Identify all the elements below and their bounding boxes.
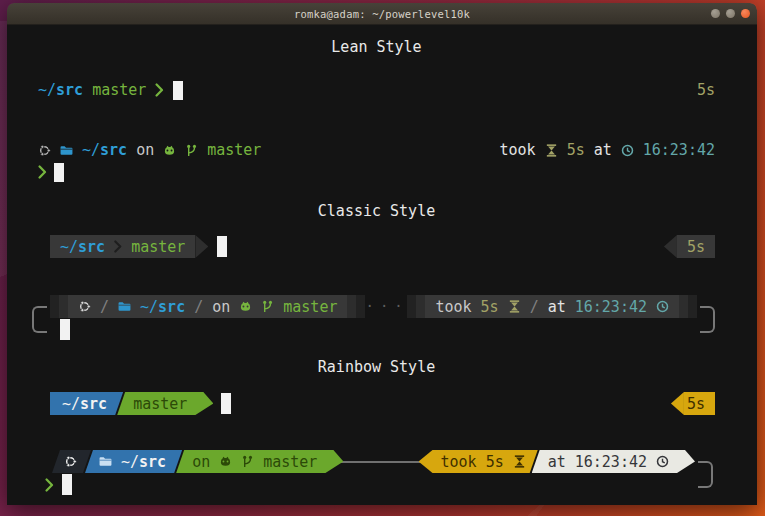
window-controls <box>711 3 750 24</box>
github-octoface-icon <box>219 455 232 468</box>
on-label: on <box>192 453 210 471</box>
current-directory: ~/src <box>140 298 185 316</box>
terminal-cursor <box>221 393 231 414</box>
powerline-arrow-icon <box>664 235 677 258</box>
command-duration: 5s <box>697 81 715 99</box>
section-heading-lean: Lean Style <box>38 37 715 57</box>
clock-icon <box>621 144 634 157</box>
ubuntu-logo-icon <box>64 455 77 468</box>
terminal-cursor <box>173 81 183 100</box>
command-duration: 5s <box>567 141 585 159</box>
current-directory: ~/src <box>82 141 127 159</box>
git-branch-name: master <box>207 141 261 159</box>
prompt-chevron-icon <box>155 83 164 97</box>
current-time: 16:23:42 <box>643 141 715 159</box>
hourglass-icon <box>513 455 526 468</box>
github-octoface-icon <box>239 300 252 313</box>
on-label: on <box>212 298 230 316</box>
folder-icon <box>99 455 112 468</box>
terminal-content[interactable]: Lean Style ~/src master 5s ~/src on mast… <box>7 25 757 505</box>
ubuntu-logo-icon <box>38 144 51 157</box>
took-label: took <box>441 453 477 471</box>
classic-prompt-short: ~/src master 5s <box>38 235 715 258</box>
git-branch-name: master <box>263 453 317 471</box>
rainbow-prompt-short: ~/src master 5s <box>38 392 715 415</box>
took-label: took <box>435 298 471 316</box>
minimize-button[interactable] <box>711 9 720 18</box>
git-branch-name: master <box>133 395 187 413</box>
terminal-cursor <box>60 319 70 340</box>
clock-icon <box>656 300 669 313</box>
hourglass-icon <box>545 144 558 157</box>
powerline-arrow-icon <box>195 235 208 258</box>
powerline-arrow-icon <box>671 392 684 415</box>
ubuntu-logo-icon <box>78 300 91 313</box>
at-label: at <box>594 141 612 159</box>
rainbow-prompt-bar: ~/src on master took 5s at 16:23:42 <box>52 450 695 473</box>
terminal-cursor <box>217 236 227 257</box>
rainbow-prompt-full: ~/src on master took 5s at 16:23:42 <box>52 450 695 496</box>
maximize-button[interactable] <box>726 9 735 18</box>
terminal-cursor <box>62 474 72 495</box>
current-time: 16:23:42 <box>575 453 647 471</box>
folder-icon <box>118 300 131 313</box>
github-octoface-icon <box>163 144 176 157</box>
current-directory: ~/src <box>38 81 83 99</box>
lean-prompt-full: ~/src on master took 5s at 16:23:42 <box>38 139 715 161</box>
rainbow-input-line <box>45 473 695 496</box>
current-directory: ~/src <box>121 453 166 471</box>
took-label: took <box>500 141 536 159</box>
git-branch-name: master <box>131 238 185 256</box>
git-branch-icon <box>185 144 198 157</box>
classic-input-line <box>60 318 697 341</box>
terminal-window: romka@adam: ~/powerlevel10k Lean Style ~… <box>7 3 757 505</box>
segment-separator: / <box>194 298 203 316</box>
terminal-cursor <box>54 163 64 182</box>
classic-prompt-full: / ~/src / on master ···· took 5s / <box>50 295 697 341</box>
prompt-chevron-icon <box>45 478 54 492</box>
command-duration: 5s <box>481 298 499 316</box>
prompt-frame-right <box>698 461 713 488</box>
segment-separator-icon <box>114 239 122 254</box>
current-directory: ~/src <box>60 238 105 256</box>
classic-prompt-bar: / ~/src / on master ···· took 5s / <box>50 295 697 318</box>
hourglass-icon <box>508 300 521 313</box>
at-label: at <box>548 298 566 316</box>
git-branch-name: master <box>92 81 146 99</box>
close-button[interactable] <box>741 9 750 18</box>
prompt-chevron-icon <box>38 165 47 179</box>
section-heading-rainbow: Rainbow Style <box>38 357 715 377</box>
on-label: on <box>136 141 154 159</box>
at-label: at <box>548 453 566 471</box>
section-heading-classic: Classic Style <box>38 201 715 221</box>
prompt-connector-line <box>340 461 421 463</box>
git-branch-icon <box>261 300 274 313</box>
lean-input-line <box>38 161 715 183</box>
prompt-frame-right <box>700 306 715 333</box>
segment-separator: / <box>530 298 539 316</box>
segment-separator: / <box>100 298 109 316</box>
git-branch-name: master <box>283 298 337 316</box>
window-title: romka@adam: ~/powerlevel10k <box>294 8 470 20</box>
git-branch-icon <box>241 455 254 468</box>
folder-icon <box>60 144 73 157</box>
window-titlebar[interactable]: romka@adam: ~/powerlevel10k <box>7 3 757 25</box>
clock-icon <box>656 455 669 468</box>
lean-prompt-short: ~/src master 5s <box>38 79 715 101</box>
prompt-gap-dots: ···· <box>365 295 407 318</box>
prompt-frame-left <box>32 306 47 333</box>
current-directory: ~/src <box>62 395 107 413</box>
command-duration: 5s <box>687 395 705 413</box>
command-duration: 5s <box>687 238 705 256</box>
command-duration: 5s <box>486 453 504 471</box>
current-time: 16:23:42 <box>575 298 647 316</box>
